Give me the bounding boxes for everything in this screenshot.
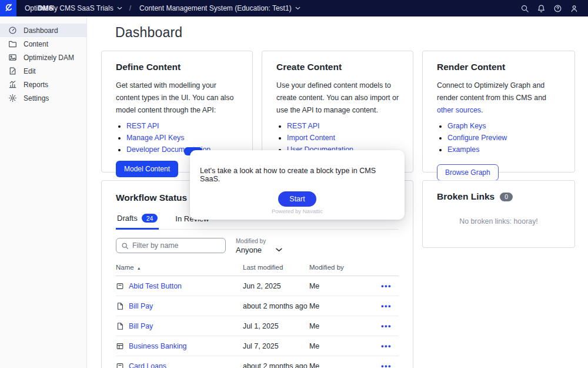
column-header-last-modified[interactable]: Last modified xyxy=(243,261,309,276)
row-actions-menu[interactable]: ••• xyxy=(381,362,392,368)
workspace-switcher[interactable]: Optimizely CMS SaaS Trials DMS xyxy=(25,4,122,12)
modified-by-value: Me xyxy=(309,316,381,336)
workspace-title-overlay: DMS xyxy=(38,4,54,12)
layout-icon xyxy=(116,342,124,350)
content-item-link[interactable]: Abid Test Button xyxy=(129,282,182,290)
edit-icon xyxy=(8,67,17,75)
help-icon[interactable] xyxy=(553,4,562,13)
search-icon[interactable] xyxy=(520,4,529,13)
row-actions-menu[interactable]: ••• xyxy=(381,342,392,350)
chevron-down-icon xyxy=(276,248,282,252)
tab-label: Drafts xyxy=(117,214,138,223)
tab-drafts[interactable]: Drafts 24 xyxy=(116,211,159,230)
last-modified-value: Jul 1, 2025 xyxy=(243,316,309,336)
page-title: Dashboard xyxy=(115,25,182,41)
broken-links-empty-message: No broken links: hooray! xyxy=(437,217,560,226)
top-bar: Optimizely CMS SaaS Trials DMS / Content… xyxy=(0,0,588,16)
start-tour-button[interactable]: Start xyxy=(278,191,316,207)
page-icon xyxy=(116,302,124,310)
workflow-filters: Modified by Anyone xyxy=(116,238,399,254)
sidebar-item-label: Edit xyxy=(24,67,36,75)
last-modified-value: Jul 7, 2025 xyxy=(243,336,309,356)
sidebar-item-reports[interactable]: Reports xyxy=(0,78,86,91)
gauge-icon xyxy=(8,26,17,35)
table-row: Bill Pay about 2 months ago Me ••• xyxy=(116,296,399,316)
card-description: Get started with modelling your content … xyxy=(116,79,238,117)
row-actions-menu[interactable]: ••• xyxy=(381,321,392,330)
page-icon xyxy=(116,322,124,330)
block-icon xyxy=(116,362,124,368)
link-rest-api[interactable]: REST API xyxy=(287,122,320,130)
tour-message: Let's take a look at how to create a blo… xyxy=(190,150,405,183)
link-manage-api-keys[interactable]: Manage API Keys xyxy=(126,134,185,142)
workflow-table: Name▲ Last modified Modified by Abid Tes… xyxy=(116,261,399,368)
card-title: Create Content xyxy=(276,62,399,72)
content-item-link[interactable]: Card Loans xyxy=(129,362,166,368)
card-title: Broken Links xyxy=(437,191,495,202)
filter-by-name-field[interactable] xyxy=(116,238,226,253)
card-title: Define Content xyxy=(116,62,238,72)
table-row: Abid Test Button Jun 2, 2025 Me ••• xyxy=(116,276,399,296)
broken-links-card: Broken Links 0 No broken links: hooray! xyxy=(422,180,575,248)
content-item-link[interactable]: Bill Pay xyxy=(129,302,153,310)
sidebar-item-label: Content xyxy=(24,40,48,48)
sidebar: Dashboard Content Optimizely DAM Edit Re… xyxy=(0,16,87,368)
link-configure-preview[interactable]: Configure Preview xyxy=(447,134,507,142)
modified-by-value: Me xyxy=(309,276,381,296)
sidebar-item-label: Settings xyxy=(24,94,49,102)
table-header-row: Name▲ Last modified Modified by xyxy=(116,261,399,276)
folder-icon xyxy=(8,39,17,48)
drafts-count-badge: 24 xyxy=(142,214,158,223)
link-examples[interactable]: Examples xyxy=(447,145,479,154)
block-icon xyxy=(116,282,124,290)
last-modified-value: Jun 2, 2025 xyxy=(243,276,309,296)
modified-by-dropdown[interactable]: Modified by Anyone xyxy=(236,238,282,254)
optimizely-logo-icon xyxy=(3,3,14,14)
last-modified-value: about 2 months ago xyxy=(243,356,309,368)
link-rest-api[interactable]: REST API xyxy=(126,122,159,130)
content-item-link[interactable]: Bill Pay xyxy=(129,322,153,330)
model-content-button[interactable]: Model Content xyxy=(116,161,178,177)
sidebar-item-label: Dashboard xyxy=(24,26,58,35)
content-item-link[interactable]: Business Banking xyxy=(129,342,187,350)
search-icon xyxy=(121,242,129,250)
table-row: Business Banking Jul 7, 2025 Me ••• xyxy=(116,336,399,356)
card-title: Render Content xyxy=(437,62,560,72)
sort-ascending-icon: ▲ xyxy=(137,266,141,270)
sidebar-item-label: Optimizely DAM xyxy=(24,54,74,62)
sidebar-item-dashboard[interactable]: Dashboard xyxy=(0,24,86,37)
modified-by-value: Me xyxy=(309,356,381,368)
filter-by-name-input[interactable] xyxy=(132,241,215,250)
project-switcher[interactable]: Content Management System (Education: Te… xyxy=(139,4,300,12)
link-list: Graph Keys Configure Preview Examples xyxy=(447,121,560,155)
powered-by-navattic-label: Powered by Navattic xyxy=(190,208,405,214)
row-actions-menu[interactable]: ••• xyxy=(381,301,392,310)
column-header-modified-by[interactable]: Modified by xyxy=(309,261,381,276)
card-description: Connect to Optimizely Graph and render c… xyxy=(437,79,560,117)
image-icon xyxy=(8,53,17,62)
render-content-card: Render Content Connect to Optimizely Gra… xyxy=(422,51,575,173)
sidebar-item-optimizely-dam[interactable]: Optimizely DAM xyxy=(0,51,86,64)
card-description: Use your defined content models to creat… xyxy=(276,79,399,117)
link-graph-keys[interactable]: Graph Keys xyxy=(447,122,486,130)
sidebar-item-settings[interactable]: Settings xyxy=(0,91,86,105)
sidebar-item-content[interactable]: Content xyxy=(0,37,86,51)
topbar-actions xyxy=(520,4,588,13)
sidebar-item-edit[interactable]: Edit xyxy=(0,64,86,78)
row-actions-menu[interactable]: ••• xyxy=(381,281,392,290)
bell-icon[interactable] xyxy=(537,4,546,13)
modified-by-value: Me xyxy=(309,336,381,356)
column-header-name[interactable]: Name▲ xyxy=(116,261,243,276)
modified-by-value: Me xyxy=(309,296,381,316)
navattic-tour-popover: Let's take a look at how to create a blo… xyxy=(190,150,405,220)
description-text: . xyxy=(481,106,483,114)
gear-icon xyxy=(8,94,17,102)
breadcrumb-separator: / xyxy=(129,4,131,12)
chart-icon xyxy=(8,80,17,89)
optimizely-logo[interactable] xyxy=(0,0,16,16)
user-icon[interactable] xyxy=(570,4,579,13)
last-modified-value: about 2 months ago xyxy=(243,296,309,316)
link-other-sources[interactable]: other sources xyxy=(437,106,481,114)
browse-graph-button[interactable]: Browse Graph xyxy=(437,164,499,181)
link-import-content[interactable]: Import Content xyxy=(287,134,335,142)
